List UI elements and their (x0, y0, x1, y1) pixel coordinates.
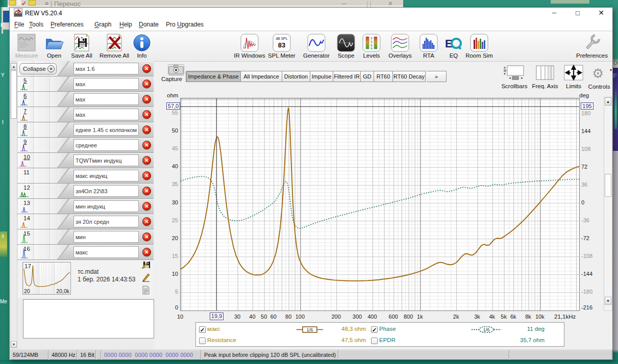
graph-scrollbar-thumb[interactable] (605, 174, 611, 197)
delete-measurement-button[interactable]: ✕ (142, 156, 151, 165)
tab-rt60-decay[interactable]: RT60 Decay (393, 71, 426, 82)
measurement-row[interactable]: 16 ✕ (17, 245, 154, 260)
measurement-row[interactable]: 15 ✕ (17, 229, 154, 245)
measurement-name-input[interactable] (73, 246, 139, 258)
measurement-number: 9 (23, 139, 27, 145)
svg-text:►: ► (521, 76, 524, 80)
close-button[interactable]: ✕ (592, 8, 610, 19)
capture-label: Capture (161, 76, 182, 82)
measurement-number: 16 (23, 246, 30, 252)
delete-measurement-button[interactable]: ✕ (142, 110, 151, 119)
svg-text:▲: ▲ (503, 66, 506, 69)
toolbar-preferences-button[interactable]: Preferences (569, 33, 615, 59)
tab-impulse[interactable]: Impulse (310, 71, 333, 82)
delete-measurement-button[interactable]: ✕ (142, 141, 151, 149)
notes-document-icon[interactable] (141, 285, 152, 296)
measurement-name-input[interactable] (73, 154, 139, 166)
impedance-phase-plot[interactable] (180, 98, 580, 311)
measurement-row[interactable]: 9 ✕ (17, 138, 154, 153)
measurement-name-input[interactable] (73, 63, 139, 74)
measurement-name-input[interactable] (73, 185, 139, 197)
menu-graph[interactable]: Graph (94, 21, 111, 28)
measurement-row[interactable]: 13 ✕ (17, 199, 154, 214)
measurement-name-input[interactable] (73, 231, 139, 243)
tab-all-impedance[interactable]: All Impedance (241, 71, 282, 82)
maximize-button[interactable]: □ (569, 8, 586, 19)
menu-pro-upgrades[interactable]: Pro Upgrades (166, 21, 204, 28)
delete-measurement-button[interactable]: ✕ (142, 64, 151, 73)
menu-tools[interactable]: Tools (29, 21, 43, 28)
graph-scroll-up-arrow[interactable]: ▲ (605, 97, 611, 106)
measurement-name-input[interactable] (73, 200, 139, 212)
delete-measurement-button[interactable]: ✕ (142, 232, 151, 241)
measurement-row[interactable]: 8 ✕ (17, 122, 154, 138)
delete-measurement-button[interactable]: ✕ (142, 202, 151, 211)
toolbar-room-sim-button[interactable]: Room Sim (456, 33, 502, 59)
measurement-thumbnail (17, 138, 81, 152)
scrollbar-thumb[interactable] (11, 70, 17, 119)
rename-pencil-icon[interactable] (141, 273, 152, 283)
delete-measurement-button[interactable]: ✕ (142, 171, 151, 180)
graph-button-label: Controls (579, 84, 618, 90)
delete-measurement-button[interactable]: ✕ (142, 187, 151, 195)
measurement-number: 6 (23, 93, 27, 99)
measurement-name-input[interactable] (73, 78, 139, 90)
measurement-name-input[interactable] (73, 139, 139, 151)
tab-rt60[interactable]: RT60 (374, 71, 393, 82)
measurement-row[interactable]: 6 ✕ (17, 92, 154, 107)
legend-checkbox-Resistance[interactable] (199, 337, 206, 344)
controls-button[interactable]: ⚙Controls (579, 65, 618, 90)
selected-measurement-row[interactable]: 17 20 20,0k тс.mdat 1 бер. 2026 14:43:53 (17, 260, 154, 298)
measurements-scrollbar[interactable]: ▲ ▼ (10, 63, 17, 348)
tab-gd[interactable]: GD (361, 71, 374, 82)
delete-measurement-button[interactable]: ✕ (142, 217, 151, 226)
scroll-up-arrow[interactable]: ▲ (11, 63, 17, 70)
smoothing-resistor-icon[interactable]: 1/6 (296, 326, 323, 333)
panel-expander-icon[interactable]: ▾ (610, 68, 612, 72)
menu-help[interactable]: Help (119, 21, 132, 28)
measurement-number: 13 (23, 200, 30, 206)
save-measurement-icon[interactable] (141, 260, 152, 270)
graph-scrollbar[interactable]: ▲ ▼ (604, 97, 612, 311)
measurement-row[interactable]: 10 ✕ (17, 153, 154, 168)
legend-checkbox-макс[interactable]: ✓ (199, 326, 206, 333)
menu-preferences[interactable]: Preferences (51, 21, 84, 28)
graph-scroll-down-arrow[interactable]: ▼ (605, 297, 611, 305)
measurement-row[interactable]: 7 ✕ (17, 107, 154, 122)
tab-distortion[interactable]: Distortion (282, 71, 310, 82)
thumbnail-freq-end: 20,0k (56, 288, 69, 294)
measurement-name-input[interactable] (73, 124, 139, 136)
delete-measurement-button[interactable]: ✕ (142, 95, 151, 103)
delete-measurement-button[interactable]: ✕ (142, 125, 151, 134)
measurement-notes-input[interactable] (23, 299, 154, 339)
collapse-button[interactable]: Collapse « (19, 63, 57, 74)
measurement-name-input[interactable] (73, 216, 139, 227)
measurement-name-input[interactable] (73, 109, 139, 120)
minimize-button[interactable]: ─ (546, 8, 563, 19)
smoothing-phase-icon[interactable]: 1/6 (472, 326, 501, 333)
menu-donate[interactable]: Donate (139, 21, 159, 28)
measurement-name-input[interactable] (73, 93, 139, 105)
menu-file[interactable]: File (14, 21, 24, 28)
measurement-name-input[interactable] (73, 170, 139, 181)
tab--[interactable]: » (427, 71, 447, 82)
toolbar-info-button[interactable]: Info (119, 33, 165, 59)
window-titlebar[interactable]: REW V5.20.4 ─ □ ✕ (10, 8, 612, 19)
scrollbars-icon: ▲▼◄► (502, 75, 527, 82)
legend-checkbox-Phase[interactable]: ✓ (371, 326, 378, 333)
scroll-down-arrow[interactable]: ▼ (11, 341, 17, 348)
tab-impedance-phase[interactable]: Impedance & Phase (186, 71, 241, 82)
measurement-row[interactable]: 14 ✕ (17, 214, 154, 229)
delete-measurement-button[interactable]: ✕ (142, 80, 151, 88)
measurement-row[interactable]: 5 ✕ (17, 76, 154, 92)
tab-filtered-ir[interactable]: Filtered IR (333, 71, 361, 82)
deg-tick--216: -216 (581, 304, 599, 310)
legend-value: 48,3 ohm (325, 326, 366, 332)
selected-measurement-number: 17 (24, 263, 31, 269)
delete-measurement-button[interactable]: ✕ (142, 248, 151, 256)
legend-checkbox-EPDR[interactable] (371, 337, 378, 344)
measurement-row[interactable]: 12 ✕ (17, 184, 154, 199)
measurement-row[interactable]: 11 ✕ (17, 168, 154, 184)
legend-label: Phase (379, 326, 396, 332)
capture-button[interactable] (168, 64, 184, 75)
